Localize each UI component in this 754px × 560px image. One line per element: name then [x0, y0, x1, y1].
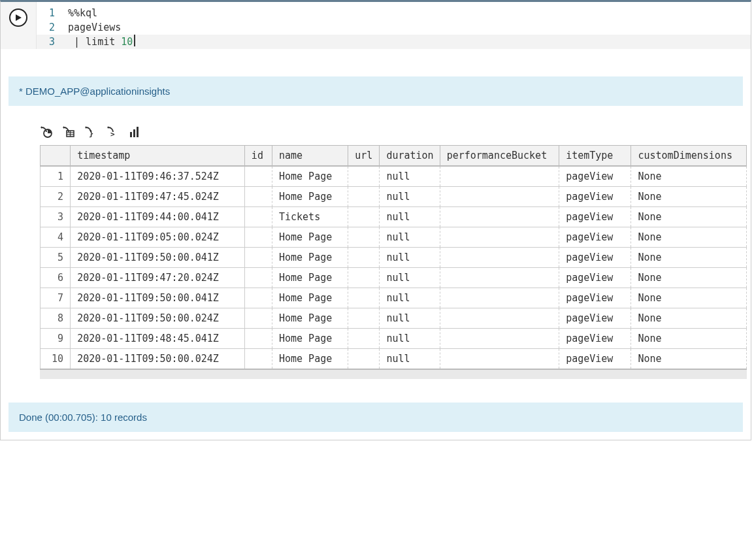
table-cell: 2020-01-11T09:46:37.524Z — [71, 166, 245, 187]
col-url[interactable]: url — [348, 146, 380, 167]
table-cell — [440, 308, 559, 329]
table-cell: None — [631, 227, 747, 248]
table-cell: None — [631, 248, 747, 268]
col-duration[interactable]: duration — [380, 146, 440, 167]
table-cell: 9 — [41, 329, 71, 349]
table-cell: null — [380, 166, 440, 187]
code-line: 3 | limit 10 — [37, 35, 751, 49]
table-cell: null — [380, 329, 440, 349]
svg-marker-0 — [16, 14, 22, 21]
table-cell: 7 — [41, 288, 71, 308]
play-icon — [14, 14, 22, 22]
svg-text:}: } — [89, 129, 93, 139]
table-body: 12020-01-11T09:46:37.524ZHome Pagenullpa… — [41, 166, 747, 369]
col-performancebucket[interactable]: performanceBucket — [440, 146, 559, 167]
table-cell: 10 — [41, 349, 71, 370]
table-row[interactable]: 42020-01-11T09:05:00.024ZHome Pagenullpa… — [41, 227, 747, 248]
table-cell — [440, 227, 559, 248]
editor-cursor — [134, 35, 135, 46]
code-editor[interactable]: 1 %%kql 2 pageViews 3 | limit 10 — [37, 2, 751, 53]
table-row[interactable]: 62020-01-11T09:47:20.024ZHome Pagenullpa… — [41, 268, 747, 288]
table-cell — [348, 248, 380, 268]
table-cell — [244, 288, 272, 308]
table-cell: None — [631, 349, 747, 370]
col-timestamp[interactable]: timestamp — [71, 146, 245, 167]
table-cell — [244, 329, 272, 349]
table-cell: null — [380, 268, 440, 288]
table-cell: pageView — [559, 227, 631, 248]
table-cell — [440, 187, 559, 207]
horizontal-scrollbar[interactable] — [40, 370, 747, 379]
table-cell — [244, 227, 272, 248]
svg-text:>: > — [110, 130, 115, 139]
table-cell — [348, 227, 380, 248]
table-cell: 2020-01-11T09:05:00.024Z — [71, 227, 245, 248]
bar-chart-icon[interactable] — [129, 125, 142, 139]
table-row[interactable]: 32020-01-11T09:44:00.041ZTicketsnullpage… — [41, 207, 747, 227]
table-cell: Home Page — [272, 187, 348, 207]
table-row[interactable]: 72020-01-11T09:50:00.041ZHome Pagenullpa… — [41, 288, 747, 308]
table-row[interactable]: 82020-01-11T09:50:00.024ZHome Pagenullpa… — [41, 308, 747, 329]
table-cell: None — [631, 187, 747, 207]
refresh-pie-icon[interactable] — [40, 125, 53, 139]
code-line: 2 pageViews — [37, 20, 751, 35]
col-index[interactable] — [41, 146, 71, 167]
col-itemtype[interactable]: itemType — [559, 146, 631, 167]
table-cell — [348, 207, 380, 227]
table-cell — [440, 207, 559, 227]
run-button[interactable] — [9, 8, 27, 27]
table-cell: 1 — [41, 166, 71, 187]
code-input-row: 1 %%kql 2 pageViews 3 | limit 10 — [1, 2, 751, 53]
col-customdimensions[interactable]: customDimensions — [631, 146, 747, 167]
table-cell: 4 — [41, 227, 71, 248]
table-cell — [244, 207, 272, 227]
table-row[interactable]: 102020-01-11T09:50:00.024ZHome Pagenullp… — [41, 349, 747, 370]
table-cell — [348, 187, 380, 207]
table-cell: null — [380, 207, 440, 227]
table-cell — [348, 308, 380, 329]
table-header: timestamp id name url duration performan… — [41, 146, 747, 167]
col-id[interactable]: id — [244, 146, 272, 167]
table-cell: 2020-01-11T09:47:45.024Z — [71, 187, 245, 207]
table-cell: 5 — [41, 248, 71, 268]
table-cell: Home Page — [272, 288, 348, 308]
table-cell — [244, 308, 272, 329]
table-cell: 2 — [41, 187, 71, 207]
table-cell — [348, 349, 380, 370]
table-cell: Home Page — [272, 308, 348, 329]
table-cell: Tickets — [272, 207, 348, 227]
table-cell — [440, 329, 559, 349]
refresh-braces-icon[interactable]: } — [84, 125, 97, 139]
table-cell — [440, 349, 559, 370]
table-cell: null — [380, 288, 440, 308]
table-wrap: timestamp id name url duration performan… — [1, 145, 751, 379]
output-area: * DEMO_APP@applicationinsights } > — [1, 76, 751, 432]
table-cell — [440, 166, 559, 187]
table-cell: Home Page — [272, 349, 348, 370]
refresh-code-icon[interactable]: > — [107, 125, 120, 139]
svg-rect-8 — [130, 132, 132, 137]
table-cell — [244, 268, 272, 288]
table-row[interactable]: 12020-01-11T09:46:37.524ZHome Pagenullpa… — [41, 166, 747, 187]
table-row[interactable]: 92020-01-11T09:48:45.041ZHome Pagenullpa… — [41, 329, 747, 349]
refresh-grid-icon[interactable] — [62, 125, 75, 139]
table-cell: null — [380, 187, 440, 207]
connection-banner: * DEMO_APP@applicationinsights — [8, 76, 743, 106]
table-row[interactable]: 22020-01-11T09:47:45.024ZHome Pagenullpa… — [41, 187, 747, 207]
table-cell: None — [631, 166, 747, 187]
table-cell: pageView — [559, 187, 631, 207]
table-cell — [348, 166, 380, 187]
svg-rect-9 — [133, 129, 135, 137]
table-cell — [348, 329, 380, 349]
table-cell: None — [631, 207, 747, 227]
table-cell: null — [380, 349, 440, 370]
table-cell: Home Page — [272, 227, 348, 248]
code-line: 1 %%kql — [37, 6, 751, 20]
svg-rect-10 — [137, 127, 139, 137]
table-row[interactable]: 52020-01-11T09:50:00.041ZHome Pagenullpa… — [41, 248, 747, 268]
table-cell: pageView — [559, 288, 631, 308]
table-cell: pageView — [559, 329, 631, 349]
results-table: timestamp id name url duration performan… — [40, 145, 747, 370]
table-cell — [244, 349, 272, 370]
col-name[interactable]: name — [272, 146, 348, 167]
